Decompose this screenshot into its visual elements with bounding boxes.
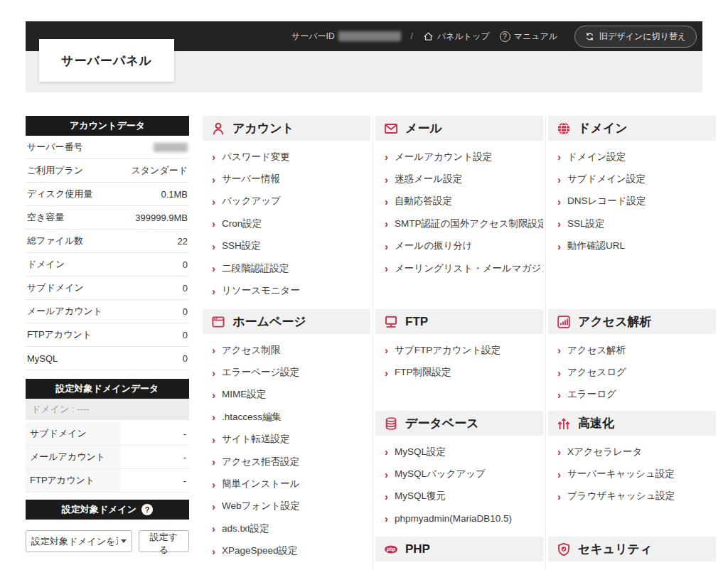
menu-link[interactable]: ›迷惑メール設定 (375, 168, 543, 190)
menu-link[interactable]: ›アクセス拒否設定 (203, 451, 370, 473)
menu-link[interactable]: ›メーリングリスト・メールマガジン (375, 257, 543, 279)
help-icon[interactable]: ? (141, 504, 153, 515)
chart-icon (557, 315, 571, 329)
section-speed-header: 高速化 (548, 411, 716, 436)
person-icon (211, 122, 225, 136)
switch-old-design-button[interactable]: 旧デザインに切り替え (574, 26, 697, 48)
chevron-right-icon: › (385, 151, 388, 162)
row-label: サブドメイン (27, 281, 84, 294)
menu-link-label: SSH設定 (222, 240, 261, 252)
row-label: メールアカウント (27, 305, 102, 318)
target-domain-data-table: サブドメイン-メールアカウント-FTPアカウント- (26, 422, 189, 493)
menu-link-label: エラーログ (567, 388, 616, 401)
menu-link[interactable]: ›DNSレコード設定 (548, 190, 716, 213)
menu-link[interactable]: ›メールの振り分け (375, 235, 543, 257)
menu-link-label: Xアクセラレータ (567, 446, 642, 458)
menu-link[interactable]: ›MySQL設定 (375, 441, 543, 463)
menu-link[interactable]: ›.htaccess編集 (203, 406, 370, 428)
menu-link[interactable]: ›動作確認URL (548, 235, 716, 257)
menu-link[interactable]: ›バックアップ (203, 190, 370, 213)
row-label: ご利用プラン (27, 164, 83, 177)
account-data-row: ディスク使用量0.1MB (26, 183, 189, 206)
menu-link[interactable]: ›サーバー情報 (203, 168, 370, 190)
menu-link-label: メールアカウント設定 (395, 151, 492, 163)
menu-link[interactable]: ›XPageSpeed設定 (203, 540, 370, 562)
menu-link[interactable]: ›エラーログ (548, 384, 716, 406)
menu-link[interactable]: ›簡単インストール (203, 473, 370, 495)
menu-link[interactable]: ›ブラウザキャッシュ設定 (548, 485, 716, 507)
chevron-right-icon: › (212, 196, 215, 207)
account-data-row: サブドメイン0 (26, 276, 189, 300)
menu-link[interactable]: ›phpmyadmin(MariaDB10.5) (375, 507, 543, 529)
menu-link[interactable]: ›サーバーキャッシュ設定 (548, 463, 716, 485)
row-label: FTPアカウント (26, 469, 120, 492)
menu-link-label: Cron設定 (222, 217, 262, 230)
menu-link-label: サーバーキャッシュ設定 (567, 468, 675, 480)
menu-link-label: メーリングリスト・メールマガジン (395, 262, 543, 275)
section-title: ドメイン (578, 120, 628, 136)
menu-link[interactable]: ›サイト転送設定 (203, 429, 370, 451)
speedup-icon (557, 416, 571, 431)
menu-link[interactable]: ›ドメイン設定 (548, 146, 716, 168)
menu-link[interactable]: ›ads.txt設定 (203, 517, 370, 539)
row-label: メールアカウント (26, 446, 120, 468)
menu-link-label: バックアップ (222, 195, 281, 208)
menu-link-label: Webフォント設定 (222, 500, 300, 512)
menu-link[interactable]: ›二段階認証設定 (203, 257, 370, 279)
section-homepage: ホームページ›アクセス制限›エラーページ設定›MIME設定›.htaccess編… (203, 309, 370, 570)
chevron-right-icon: › (212, 479, 215, 490)
menu-link[interactable]: ›MySQLバックアップ (375, 463, 543, 485)
menu-link-label: サブFTPアカウント設定 (395, 344, 500, 357)
menu-link[interactable]: ›Webフォント設定 (203, 495, 370, 517)
menu-link[interactable]: ›MySQL復元 (375, 485, 543, 507)
menu-link[interactable]: ›SSL設定 (548, 213, 716, 235)
chevron-right-icon: › (212, 434, 215, 445)
menu-link[interactable]: ›FTP制限設定 (375, 361, 543, 383)
logo-text: サーバーパネル (61, 53, 152, 69)
menu-link[interactable]: ›MIME設定 (203, 384, 370, 406)
chevron-right-icon: › (212, 286, 215, 296)
menu-link[interactable]: ›SMTP認証の国外アクセス制限設定 (375, 213, 543, 235)
menu-link[interactable]: ›パスワード変更 (203, 146, 370, 168)
row-label: サブドメイン (26, 422, 120, 445)
row-value: 0.1MB (161, 189, 188, 200)
section-title: ホームページ (232, 313, 306, 330)
menu-link[interactable]: ›自動応答設定 (375, 190, 543, 213)
shield-icon (557, 542, 571, 556)
menu-link[interactable]: ›アクセス解析 (548, 339, 716, 361)
menu-link-label: SMTP認証の国外アクセス制限設定 (395, 217, 543, 230)
target-domain-title-label: 設定対象ドメイン (62, 503, 136, 516)
menu-link[interactable]: ›サブドメイン設定 (548, 168, 716, 190)
section-php-header: phpPHP (375, 537, 543, 561)
menu-link[interactable]: ›アクセス制限 (203, 339, 370, 361)
manual-link[interactable]: ? マニュアル (500, 31, 557, 43)
menu-link[interactable]: ›Xアクセラレータ (548, 441, 716, 463)
target-domain-select[interactable]: 設定対象ドメインを選択 (26, 530, 132, 552)
section-title: アクセス解析 (578, 313, 652, 330)
menu-link[interactable]: ›アクセスログ (548, 361, 716, 383)
menu-link[interactable]: ›SSH設定 (203, 235, 370, 257)
panel-top-link[interactable]: パネルトップ (423, 31, 490, 43)
menu-link[interactable]: ›エラーページ設定 (203, 361, 370, 383)
section-ftp: FTP›サブFTPアカウント設定›FTP制限設定 (375, 309, 543, 411)
chevron-right-icon: › (385, 241, 388, 252)
set-domain-button[interactable]: 設定する (139, 530, 189, 552)
php-icon: php (384, 542, 398, 556)
menu-link[interactable]: ›リソースモニター (203, 279, 370, 301)
menu-link-label: 迷惑メール設定 (395, 173, 462, 185)
chevron-right-icon: › (557, 151, 561, 162)
menu-link-label: メールの振り分け (395, 240, 473, 252)
menu-link-label: サーバー情報 (222, 173, 280, 185)
mail-icon (384, 122, 398, 136)
chevron-right-icon: › (212, 367, 215, 378)
menu-link[interactable]: ›メールアカウント設定 (375, 146, 543, 168)
chevron-right-icon: › (385, 446, 388, 457)
section-mail-header: メール (375, 116, 543, 141)
menu-link[interactable]: ›サブFTPアカウント設定 (375, 339, 543, 361)
svg-text:php: php (386, 547, 395, 552)
chevron-right-icon: › (212, 546, 215, 556)
account-data-row: メールアカウント0 (26, 300, 189, 323)
menu-link[interactable]: ›Cron設定 (203, 213, 370, 235)
section-title: メール (405, 120, 442, 136)
chevron-right-icon: › (385, 174, 388, 185)
